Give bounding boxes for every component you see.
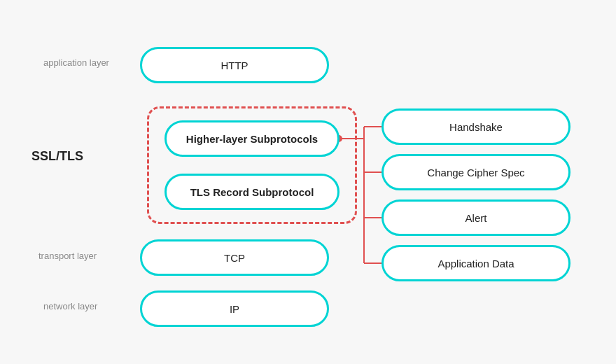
alert-box: Alert — [382, 200, 570, 236]
transport-layer-label: transport layer — [38, 251, 97, 261]
higher-layer-box: Higher-layer Subprotocols — [164, 120, 340, 157]
network-layer-label: network layer — [43, 301, 97, 312]
http-box: HTTP — [140, 47, 329, 83]
tls-record-box: TLS Record Subprotocol — [164, 174, 340, 210]
cipher-box: Change Cipher Spec — [382, 154, 570, 190]
ssl-tls-label: SSL/TLS — [31, 149, 83, 164]
diagram: application layer transport layer networ… — [0, 0, 616, 364]
tcp-box: TCP — [140, 239, 329, 276]
handshake-box: Handshake — [382, 108, 570, 145]
app-layer-label: application layer — [43, 57, 109, 68]
ip-box: IP — [140, 290, 329, 327]
appdata-box: Application Data — [382, 245, 570, 281]
